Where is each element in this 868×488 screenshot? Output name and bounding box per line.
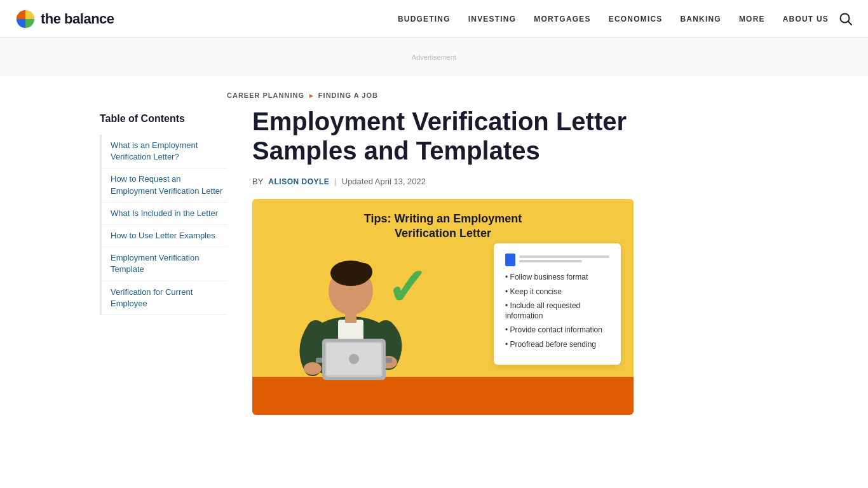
nav-about-us[interactable]: ABOUT US xyxy=(783,15,829,24)
svg-point-9 xyxy=(304,362,322,375)
nav-budgeting[interactable]: BUDGETING xyxy=(398,15,451,24)
toc-sidebar: Table of Contents What is an Employment … xyxy=(100,107,227,415)
main-wrapper: CAREER PLANNING ► FINDING A JOB Table of… xyxy=(85,76,783,415)
document-icon xyxy=(505,254,515,266)
toc-item-what-included: What Is Included in the Letter xyxy=(102,203,227,225)
toc-link-how-to-use[interactable]: How to Use Letter Examples xyxy=(111,230,227,241)
byline-prefix: BY xyxy=(252,177,263,186)
toc-link-what-is[interactable]: What is an Employment Verification Lette… xyxy=(111,140,227,163)
checklist-item-4: Provide contact information xyxy=(505,325,609,336)
svg-point-15 xyxy=(349,354,359,364)
toc-item-what-is: What is an Employment Verification Lette… xyxy=(102,135,227,168)
checklist-item-3: Include all requested information xyxy=(505,301,609,321)
logo-icon xyxy=(15,9,36,29)
doc-line-2 xyxy=(519,260,582,262)
checklist-item-1: Follow business format xyxy=(505,273,609,283)
green-checkmark: ✓ xyxy=(386,262,428,313)
toc-link-template[interactable]: Employment Verification Template xyxy=(111,252,227,275)
toc-item-template: Employment Verification Template xyxy=(102,247,227,281)
nav-investing[interactable]: INVESTING xyxy=(468,15,516,24)
svg-point-7 xyxy=(355,263,372,281)
search-button[interactable] xyxy=(839,12,853,26)
byline: BY ALISON DOYLE | Updated April 13, 2022 xyxy=(252,177,768,186)
checklist-item-5: Proofread before sending xyxy=(505,340,609,350)
nav-economics[interactable]: ECONOMICS xyxy=(609,15,663,24)
breadcrumb-career-planning[interactable]: CAREER PLANNING xyxy=(227,92,304,99)
table-surface xyxy=(252,377,634,415)
nav-banking[interactable]: BANKING xyxy=(681,15,721,24)
main-nav: BUDGETING INVESTING MORTGAGES ECONOMICS … xyxy=(398,15,829,24)
svg-rect-8 xyxy=(345,311,356,323)
byline-date: Updated April 13, 2022 xyxy=(342,177,426,186)
doc-lines xyxy=(519,255,609,264)
site-logo[interactable]: the balance xyxy=(15,9,142,29)
toc-link-current-employee[interactable]: Verification for Current Employee xyxy=(111,287,227,309)
toc-link-what-included[interactable]: What Is Included in the Letter xyxy=(111,208,227,219)
nav-mortgages[interactable]: MORTGAGES xyxy=(534,15,590,24)
search-icon xyxy=(839,12,853,26)
hero-image: Tips: Writing an Employment Verification… xyxy=(252,199,634,415)
logo-text: the balance xyxy=(41,11,114,27)
checklist-card-header xyxy=(505,254,609,266)
breadcrumb-finding-a-job[interactable]: FINDING A JOB xyxy=(318,92,378,99)
toc-item-current-employee: Verification for Current Employee xyxy=(102,281,227,315)
toc-link-how-to-request[interactable]: How to Request an Employment Verificatio… xyxy=(111,173,227,196)
breadcrumb-arrow: ► xyxy=(308,92,315,99)
ad-banner: Advertisement xyxy=(412,53,456,61)
nav-more[interactable]: MORE xyxy=(739,15,765,24)
toc-item-how-to-use: How to Use Letter Examples xyxy=(102,225,227,247)
article-main: Employment Verification Letter Samples a… xyxy=(252,107,768,415)
svg-line-2 xyxy=(848,21,851,24)
checklist-item-2: Keep it concise xyxy=(505,287,609,297)
toc-list: What is an Employment Verification Lette… xyxy=(100,135,227,315)
doc-line-1 xyxy=(519,255,609,258)
article-title: Employment Verification Letter Samples a… xyxy=(252,107,634,165)
toc-title: Table of Contents xyxy=(100,113,227,125)
checklist-card: Follow business format Keep it concise I… xyxy=(494,243,621,365)
toc-item-how-to-request: How to Request an Employment Verificatio… xyxy=(102,168,227,202)
byline-author[interactable]: ALISON DOYLE xyxy=(268,177,329,186)
content-area: Table of Contents What is an Employment … xyxy=(100,107,768,415)
byline-separator: | xyxy=(334,177,336,186)
breadcrumb: CAREER PLANNING ► FINDING A JOB xyxy=(227,76,768,107)
site-header: the balance BUDGETING INVESTING MORTGAGE… xyxy=(0,0,868,38)
